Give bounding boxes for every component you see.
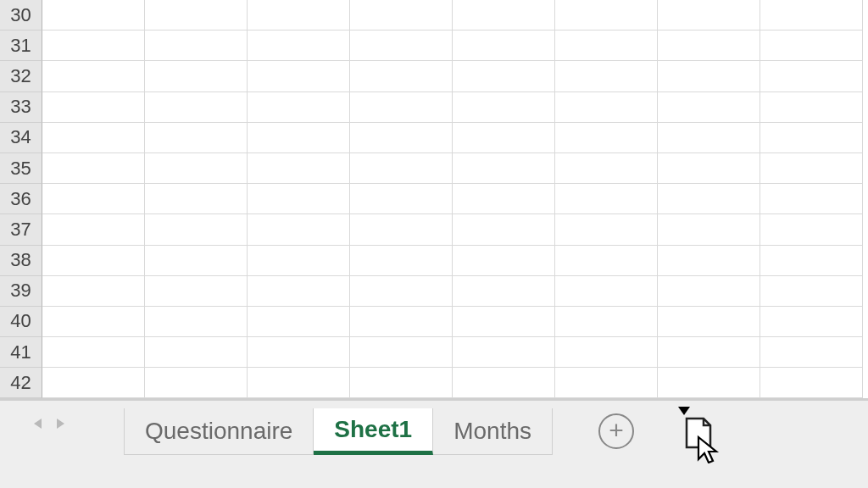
cell[interactable] (248, 368, 350, 398)
cell[interactable] (248, 307, 350, 337)
cell[interactable] (145, 337, 248, 368)
row-header[interactable]: 36 (0, 184, 42, 214)
cell[interactable] (248, 276, 350, 307)
cell[interactable] (145, 30, 248, 61)
cell[interactable] (248, 246, 350, 276)
cell[interactable] (658, 184, 760, 214)
cell[interactable] (145, 368, 248, 398)
cell[interactable] (350, 153, 453, 184)
cell[interactable] (555, 276, 658, 307)
cell[interactable] (42, 30, 145, 61)
cell[interactable] (453, 30, 555, 61)
cell[interactable] (42, 184, 145, 214)
cell[interactable] (658, 307, 760, 337)
cell[interactable] (453, 92, 555, 123)
cell[interactable] (658, 61, 760, 92)
cell[interactable] (350, 368, 453, 398)
cell[interactable] (42, 246, 145, 276)
cell[interactable] (350, 307, 453, 337)
row-header[interactable]: 33 (0, 92, 42, 123)
cell[interactable] (145, 276, 248, 307)
cell[interactable] (248, 30, 350, 61)
row-header[interactable]: 32 (0, 61, 42, 92)
cell[interactable] (658, 92, 760, 123)
cell[interactable] (760, 337, 863, 368)
new-sheet-button[interactable]: + (598, 413, 634, 449)
row-header[interactable]: 37 (0, 214, 42, 245)
cell[interactable] (555, 246, 658, 276)
cell[interactable] (760, 0, 863, 30)
sheet-tab-months[interactable]: Months (433, 408, 553, 455)
row-header[interactable]: 34 (0, 123, 42, 153)
cell[interactable] (248, 153, 350, 184)
cell[interactable] (145, 153, 248, 184)
cell[interactable] (555, 153, 658, 184)
row-header[interactable]: 31 (0, 30, 42, 61)
cell[interactable] (555, 368, 658, 398)
cell[interactable] (42, 368, 145, 398)
cell[interactable] (555, 214, 658, 245)
cell[interactable] (145, 123, 248, 153)
cell[interactable] (145, 214, 248, 245)
row-header[interactable]: 38 (0, 246, 42, 276)
cell[interactable] (453, 123, 555, 153)
cell[interactable] (453, 276, 555, 307)
cell[interactable] (555, 61, 658, 92)
cell[interactable] (350, 0, 453, 30)
cell[interactable] (453, 214, 555, 245)
cell[interactable] (658, 276, 760, 307)
sheet-tab-questionnaire[interactable]: Questionnaire (124, 408, 314, 455)
cell[interactable] (350, 214, 453, 245)
cell[interactable] (760, 123, 863, 153)
cell[interactable] (453, 184, 555, 214)
cell[interactable] (350, 123, 453, 153)
row-header[interactable]: 42 (0, 368, 42, 398)
cell[interactable] (658, 368, 760, 398)
cell[interactable] (145, 307, 248, 337)
cell[interactable] (760, 61, 863, 92)
cell[interactable] (658, 30, 760, 61)
tab-nav-next-icon[interactable] (57, 419, 64, 429)
cell[interactable] (453, 0, 555, 30)
cell[interactable] (555, 30, 658, 61)
cell[interactable] (42, 92, 145, 123)
cell[interactable] (42, 337, 145, 368)
cell[interactable] (42, 61, 145, 92)
cell[interactable] (145, 61, 248, 92)
cell[interactable] (42, 153, 145, 184)
cell[interactable] (760, 92, 863, 123)
spreadsheet-grid[interactable]: 30313233343536373839404142 (0, 0, 868, 399)
cell[interactable] (760, 184, 863, 214)
cell[interactable] (658, 153, 760, 184)
cell[interactable] (248, 92, 350, 123)
cell[interactable] (555, 92, 658, 123)
row-header[interactable]: 30 (0, 0, 42, 30)
row-header[interactable]: 35 (0, 153, 42, 184)
cell[interactable] (453, 307, 555, 337)
cell[interactable] (248, 337, 350, 368)
cell[interactable] (658, 214, 760, 245)
cell[interactable] (350, 30, 453, 61)
cell[interactable] (658, 123, 760, 153)
cell[interactable] (555, 307, 658, 337)
cell[interactable] (453, 337, 555, 368)
cell[interactable] (760, 30, 863, 61)
cell[interactable] (145, 0, 248, 30)
row-header[interactable]: 40 (0, 307, 42, 337)
cell[interactable] (555, 337, 658, 368)
cell[interactable] (658, 0, 760, 30)
cell[interactable] (453, 368, 555, 398)
cell[interactable] (42, 214, 145, 245)
cell[interactable] (42, 0, 145, 30)
cell[interactable] (248, 184, 350, 214)
cell[interactable] (248, 0, 350, 30)
cell[interactable] (42, 307, 145, 337)
cell[interactable] (760, 368, 863, 398)
cell[interactable] (248, 123, 350, 153)
cell[interactable] (555, 0, 658, 30)
cell[interactable] (760, 307, 863, 337)
cell[interactable] (453, 61, 555, 92)
cell[interactable] (350, 246, 453, 276)
cell[interactable] (555, 123, 658, 153)
cell[interactable] (145, 92, 248, 123)
